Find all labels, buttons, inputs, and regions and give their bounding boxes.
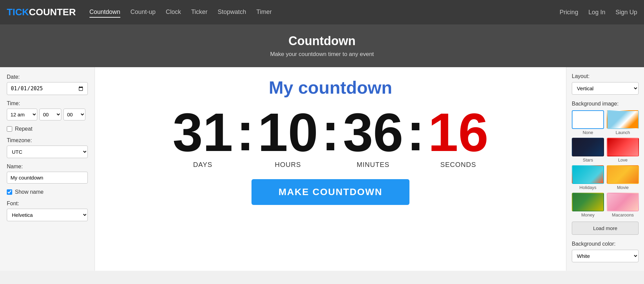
time-label: Time: [7,100,88,107]
bg-option-none[interactable]: None [572,110,604,135]
bg-color-label: Background color: [572,241,639,247]
bg-thumb-movie [607,165,639,184]
bg-thumb-stars [572,138,604,156]
bg-name-movie: Movie [617,185,629,190]
bg-image-label: Background image: [572,101,639,107]
seconds-label: SECONDS [440,161,476,169]
navbar: TICKCOUNTER Countdown Count-up Clock Tic… [0,0,644,24]
minutes-unit: 36 MINUTES [343,105,403,169]
hero-section: Countdown Make your countdown timer to a… [0,24,644,67]
nav-right: Pricing Log In Sign Up [560,7,637,17]
nav-countdown[interactable]: Countdown [89,7,120,18]
bg-name-launch: Launch [616,130,630,135]
bg-option-launch[interactable]: Launch [607,110,639,135]
bg-options-grid: None Launch Stars Love Holidays [572,110,639,217]
layout-label: Layout: [572,73,639,79]
brand-counter: COUNTER [29,7,76,17]
days-label: DAYS [193,161,213,169]
time-sec-select[interactable]: 00 15 30 45 [63,109,85,120]
bg-name-love: Love [618,157,627,163]
bg-name-none: None [583,130,593,135]
nav-ticker[interactable]: Ticker [191,7,207,18]
hours-unit: 10 HOURS [258,105,318,169]
bg-thumb-love [607,138,639,156]
date-label: Date: [7,74,88,80]
hero-subtitle: Make your countdown timer to any event [0,51,644,58]
timezone-label: Timezone: [7,137,88,144]
minutes-label: MINUTES [357,161,389,169]
time-hour-select[interactable]: 12 am 1 am 2 am 6 pm 12 pm [7,109,37,120]
date-input[interactable] [7,82,88,95]
bg-option-holidays[interactable]: Holidays [572,165,604,190]
bg-name-holidays: Holidays [580,185,597,190]
bg-thumb-none [572,110,604,129]
hero-title: Countdown [0,34,644,48]
layout-select[interactable]: Vertical Horizontal Compact [572,82,639,95]
bg-name-money: Money [581,212,595,217]
colon-1: : [236,105,254,159]
nav-countup[interactable]: Count-up [130,7,156,18]
show-name-checkbox[interactable] [7,189,12,195]
repeat-row: Repeat [7,126,88,132]
countdown-title: My countdown [269,77,392,98]
countdown-display: 31 DAYS : 10 HOURS : 36 MINUTES : 16 SEC… [173,105,488,169]
nav-links: Countdown Count-up Clock Ticker Stopwatc… [89,7,560,18]
bg-option-movie[interactable]: Movie [607,165,639,190]
bg-option-money[interactable]: Money [572,193,604,217]
brand-tick: TICK [7,7,29,17]
bg-thumb-macaroons [607,193,639,211]
bg-option-macaroons[interactable]: Macaroons [607,193,639,217]
right-panel: Layout: Vertical Horizontal Compact Back… [566,67,644,271]
bg-thumb-holidays [572,165,604,184]
bg-thumb-money [572,193,604,211]
days-unit: 31 DAYS [173,105,233,169]
name-label: Name: [7,164,88,170]
time-row: 12 am 1 am 2 am 6 pm 12 pm 00 15 30 45 0… [7,109,88,120]
hours-value: 10 [258,105,318,159]
repeat-checkbox[interactable] [7,126,12,132]
minutes-value: 36 [343,105,403,159]
bg-option-stars[interactable]: Stars [572,138,604,163]
bg-color-select[interactable]: White Black Blue Red [572,250,639,262]
nav-timer[interactable]: Timer [256,7,271,18]
seconds-unit: 16 SECONDS [428,105,488,169]
name-input[interactable] [7,172,88,184]
bg-name-stars: Stars [583,157,593,163]
seconds-value: 16 [428,105,488,159]
bg-name-macaroons: Macaroons [612,212,633,217]
font-select[interactable]: Helvetica Arial Times New Roman Georgia [7,209,88,221]
show-name-label[interactable]: Show name [15,189,44,195]
colon-3: : [407,105,425,159]
main-layout: Date: Time: 12 am 1 am 2 am 6 pm 12 pm 0… [0,67,644,271]
left-panel: Date: Time: 12 am 1 am 2 am 6 pm 12 pm 0… [0,67,95,271]
brand-logo[interactable]: TICKCOUNTER [7,7,76,18]
days-value: 31 [173,105,233,159]
hours-label: HOURS [275,161,301,169]
nav-login[interactable]: Log In [588,7,605,17]
make-countdown-button[interactable]: MAKE COUNTDOWN [251,179,409,205]
show-name-row: Show name [7,189,88,195]
font-label: Font: [7,201,88,207]
repeat-label[interactable]: Repeat [15,126,33,132]
colon-2: : [321,105,339,159]
nav-clock[interactable]: Clock [166,7,181,18]
load-more-button[interactable]: Load more [572,222,639,235]
bg-thumb-launch [607,110,639,129]
nav-signup[interactable]: Sign Up [616,7,637,17]
bg-option-love[interactable]: Love [607,138,639,163]
timezone-select[interactable]: UTC EST PST GMT [7,146,88,158]
center-panel: My countdown 31 DAYS : 10 HOURS : 36 MIN… [95,67,566,271]
nav-pricing[interactable]: Pricing [560,7,578,17]
nav-stopwatch[interactable]: Stopwatch [218,7,246,18]
time-min-select[interactable]: 00 15 30 45 [39,109,61,120]
